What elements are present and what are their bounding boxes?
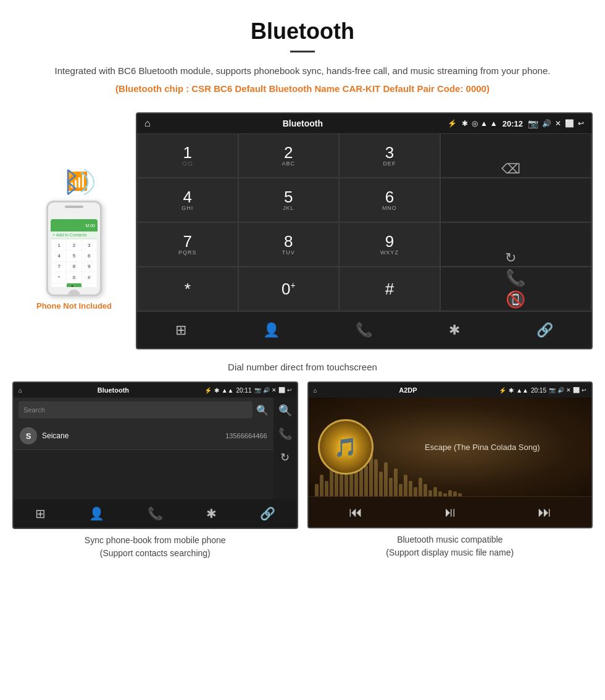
- pb-close[interactable]: ✕: [272, 387, 277, 393]
- dialpad-key-star[interactable]: *: [137, 267, 238, 311]
- key-0[interactable]: 0: [67, 272, 81, 282]
- phonebook-card: ⌂ Bluetooth ⚡ ✱ ▲▲ 20:11 📷 🔊 ✕ ⬜ ↩ Searc…: [12, 381, 298, 562]
- pb-bottom-link-icon[interactable]: 🔗: [260, 506, 275, 521]
- phone-home-button[interactable]: [68, 290, 80, 296]
- dialpad-key-2[interactable]: 2 ABC: [238, 133, 340, 178]
- phone-mockup: M:00 + Add to Contacts 1 2 3 4 5 6 7 8 9…: [46, 201, 102, 296]
- music-signal: ▲▲: [516, 387, 528, 394]
- call-button[interactable]: 📞: [506, 269, 525, 288]
- volume-icon[interactable]: 🔊: [542, 119, 551, 128]
- music-close[interactable]: ✕: [566, 387, 571, 393]
- dialpad-key-6[interactable]: 6 MNO: [339, 178, 440, 222]
- dialpad-screen-title: Bluetooth: [158, 119, 448, 128]
- dialpad-call-buttons: 📞 📵: [440, 267, 591, 311]
- music-caption: Bluetooth music compatible (Support disp…: [383, 528, 517, 562]
- dialpad-refresh[interactable]: ↻: [440, 222, 591, 267]
- dialpad-key-1[interactable]: 1 ⌬⌬: [137, 133, 238, 178]
- dialpad-key-5[interactable]: 5 JKL: [238, 178, 340, 222]
- music-vol[interactable]: 🔊: [557, 387, 564, 393]
- page-header: Bluetooth Integrated with BC6 Bluetooth …: [0, 0, 605, 112]
- window-icon[interactable]: ⬜: [565, 119, 574, 128]
- touchscreen-dialpad-ui: ⌂ Bluetooth ⚡ ✱ ◎ ▲ ▲ 20:12 📷 🔊 ✕ ⬜ ↩ 1 …: [136, 112, 593, 349]
- music-song-info: Escape (The Pina Colada Song): [383, 443, 583, 452]
- pb-usb-icon: ⚡: [204, 387, 212, 394]
- key-4[interactable]: 4: [52, 251, 66, 260]
- music-back[interactable]: ↩: [582, 387, 586, 393]
- bluetooth-icon[interactable]: ✱: [449, 322, 460, 338]
- phone-icon[interactable]: 📞: [356, 322, 372, 338]
- phonebook-caption: Sync phone-book from mobile phone (Suppo…: [81, 529, 229, 562]
- title-divider: [290, 51, 315, 52]
- music-prev-icon[interactable]: ⏮: [349, 504, 362, 520]
- key-call[interactable]: 📞: [67, 283, 81, 287]
- key-3[interactable]: 3: [82, 240, 96, 250]
- pb-contact-row[interactable]: S Seicane 13566664466: [14, 422, 273, 450]
- dialpad-key-0[interactable]: 0+: [238, 267, 340, 311]
- phone-illustration: 📶 M:00 + Add to Contacts: [12, 112, 136, 349]
- key-hash[interactable]: #: [82, 272, 96, 282]
- pb-side-refresh-icon[interactable]: ↻: [280, 451, 290, 464]
- music-title: A2DP: [317, 386, 499, 394]
- back-icon[interactable]: ↩: [578, 119, 584, 128]
- dialpad-status-bar: ⌂ Bluetooth ⚡ ✱ ◎ ▲ ▲ 20:12 📷 🔊 ✕ ⬜ ↩: [137, 114, 591, 133]
- pb-bottom-grid-icon[interactable]: ⊞: [35, 506, 46, 521]
- music-cam[interactable]: 📷: [549, 387, 556, 393]
- link-icon[interactable]: 🔗: [536, 322, 553, 338]
- pb-search-row: Search 🔍: [14, 398, 273, 422]
- music-card: ⌂ A2DP ⚡ ✱ ▲▲ 20:15 📷 🔊 ✕ ⬜ ↩: [307, 381, 593, 562]
- music-status-bar: ⌂ A2DP ⚡ ✱ ▲▲ 20:15 📷 🔊 ✕ ⬜ ↩: [309, 383, 592, 398]
- pb-cam[interactable]: 📷: [254, 387, 261, 393]
- pb-signal: ▲▲: [222, 387, 234, 394]
- key-8[interactable]: 8: [67, 262, 81, 272]
- dialpad-key-hash[interactable]: #: [339, 267, 440, 311]
- main-content: 📶 M:00 + Add to Contacts: [0, 112, 605, 349]
- contact-avatar: S: [20, 427, 37, 444]
- key-6[interactable]: 6: [82, 251, 96, 260]
- wifi-icon: ▲: [490, 119, 498, 128]
- pb-bottom-contacts-icon[interactable]: 👤: [89, 506, 104, 521]
- key-9[interactable]: 9: [82, 262, 96, 272]
- contact-name: Seicane: [42, 431, 225, 440]
- dialpad-key-9[interactable]: 9 WXYZ: [339, 222, 440, 267]
- dialpad-key-3[interactable]: 3 DEF: [339, 133, 440, 178]
- dialpad-time: 20:12: [503, 119, 523, 128]
- phone-keypad: 1 2 3 4 5 6 7 8 9 * 0 # 📞: [51, 239, 98, 287]
- pb-bottom-phone-icon[interactable]: 📞: [148, 506, 163, 521]
- dialpad-key-7[interactable]: 7 PQRS: [137, 222, 238, 267]
- camera-icon[interactable]: 📷: [528, 119, 538, 128]
- bottom-screenshots: ⌂ Bluetooth ⚡ ✱ ▲▲ 20:11 📷 🔊 ✕ ⬜ ↩ Searc…: [0, 381, 605, 569]
- bluetooth-specs: (Bluetooth chip : CSR BC6 Default Blueto…: [37, 83, 568, 94]
- home-icon[interactable]: ⌂: [144, 118, 151, 129]
- key-1[interactable]: 1: [52, 240, 66, 250]
- dialpad-key-8[interactable]: 8 TUV: [238, 222, 340, 267]
- key-2[interactable]: 2: [67, 240, 81, 250]
- pb-status-bar: ⌂ Bluetooth ⚡ ✱ ▲▲ 20:11 📷 🔊 ✕ ⬜ ↩: [14, 383, 297, 398]
- pb-bottom-bt-icon[interactable]: ✱: [206, 506, 217, 521]
- key-star[interactable]: *: [52, 272, 66, 282]
- phone-wrapper: M:00 + Add to Contacts 1 2 3 4 5 6 7 8 9…: [36, 201, 112, 310]
- dialpad-icon[interactable]: ⊞: [175, 322, 186, 338]
- key-7[interactable]: 7: [52, 262, 66, 272]
- close-icon[interactable]: ✕: [555, 119, 561, 128]
- music-bt-icon: ✱: [509, 387, 514, 394]
- pb-win[interactable]: ⬜: [278, 387, 285, 393]
- music-win[interactable]: ⬜: [573, 387, 580, 393]
- pb-search-placeholder: Search: [23, 406, 45, 414]
- pb-search-box[interactable]: Search: [19, 401, 252, 419]
- dialpad-key-4[interactable]: 4 GHI: [137, 178, 238, 222]
- location-icon: ◎: [472, 119, 478, 128]
- music-next-icon[interactable]: ⏭: [538, 504, 551, 520]
- pb-back[interactable]: ↩: [287, 387, 292, 393]
- music-play-pause-icon[interactable]: ⏯: [443, 504, 457, 520]
- pb-vol[interactable]: 🔊: [263, 387, 270, 393]
- bt-status-icon: ✱: [462, 119, 468, 128]
- dialpad-backspace[interactable]: ⌫: [440, 133, 591, 178]
- music-album-art: 🎵: [318, 419, 373, 475]
- dialpad-caption: Dial number direct from touchscreen: [0, 356, 605, 381]
- pb-search-icon[interactable]: 🔍: [256, 404, 269, 416]
- contacts-icon[interactable]: 👤: [263, 322, 280, 338]
- pb-side-search-icon[interactable]: 🔍: [278, 404, 292, 417]
- pb-side-call-icon[interactable]: 📞: [278, 427, 292, 441]
- key-5[interactable]: 5: [67, 251, 81, 260]
- end-call-button[interactable]: 📵: [506, 290, 525, 309]
